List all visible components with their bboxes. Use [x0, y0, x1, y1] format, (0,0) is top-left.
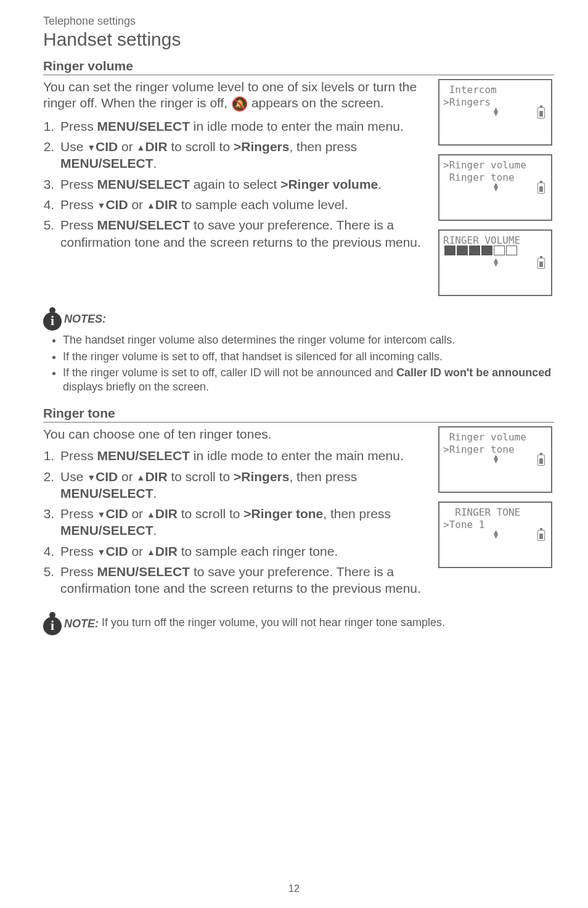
info-icon: i	[43, 312, 62, 331]
down-triangle-icon: ▼	[87, 142, 96, 152]
lcd-line: RINGER TONE	[443, 506, 549, 519]
updown-arrows-icon: ▲▼	[494, 107, 498, 118]
battery-icon	[537, 183, 545, 194]
rv-step-2: Use ▼CID or ▲DIR to scroll to >Ringers, …	[58, 138, 426, 172]
notes-label: NOTES:	[64, 313, 106, 326]
lcd-line: RINGER VOLUME	[443, 234, 549, 247]
up-triangle-icon: ▲	[147, 547, 155, 557]
rt-step-1: Press MENU/SELECT in idle mode to enter …	[58, 447, 426, 464]
rv-step-5: Press MENU/SELECT to save your preferenc…	[58, 217, 426, 250]
note-label: NOTE:	[64, 617, 99, 630]
rt-intro: You can choose one of ten ringer tones.	[43, 426, 426, 442]
lcd-intercom-ringers: Intercom >Ringers ▲▼	[438, 79, 552, 146]
rv-step-4: Press ▼CID or ▲DIR to sample each volume…	[58, 196, 426, 213]
ringer-tone-heading: Ringer tone	[43, 406, 554, 423]
rv-notes: iNOTES: The handset ringer volume also d…	[43, 310, 554, 394]
volume-bar	[444, 246, 549, 255]
rv-intro-b: appears on the screen.	[248, 96, 384, 110]
bell-off-icon: 🔕	[231, 96, 248, 112]
rt-step-3: Press ▼CID or ▲DIR to scroll to >Ringer …	[58, 505, 426, 539]
lcd-line: >Ringer volume	[443, 159, 549, 171]
battery-icon	[537, 258, 545, 269]
up-triangle-icon: ▲	[137, 142, 145, 152]
info-icon: i	[43, 617, 62, 635]
up-triangle-icon: ▲	[147, 200, 155, 210]
note-item: If the ringer volume is set to off, call…	[63, 366, 554, 394]
battery-icon	[537, 455, 545, 466]
rv-step-1: Press MENU/SELECT in idle mode to enter …	[58, 118, 426, 134]
rt-step-5: Press MENU/SELECT to save your preferenc…	[58, 563, 426, 597]
down-triangle-icon: ▼	[87, 473, 96, 482]
lcd-ringer-tone-select: RINGER TONE >Tone 1 ▲▼	[438, 501, 552, 568]
rt-step-4: Press ▼CID or ▲DIR to sample each ringer…	[58, 543, 426, 559]
battery-icon	[537, 530, 545, 541]
note-item: If the ringer volume is set to off, that…	[63, 350, 554, 364]
lcd-line: Ringer volume	[443, 431, 549, 444]
page-number: 12	[0, 883, 588, 894]
updown-arrows-icon: ▲▼	[494, 455, 498, 466]
note-item: The handset ringer volume also determine…	[63, 333, 554, 347]
rt-steps: Press MENU/SELECT in idle mode to enter …	[43, 447, 426, 596]
up-triangle-icon: ▲	[147, 510, 155, 519]
battery-icon	[537, 107, 545, 118]
rv-steps: Press MENU/SELECT in idle mode to enter …	[43, 118, 426, 250]
updown-arrows-icon: ▲▼	[494, 530, 498, 541]
page-title: Handset settings	[43, 29, 554, 50]
down-triangle-icon: ▼	[97, 510, 106, 519]
updown-arrows-icon: ▲▼	[494, 183, 498, 194]
up-triangle-icon: ▲	[137, 473, 145, 482]
lcd-ringer-tone-menu: Ringer volume >Ringer tone ▲▼	[438, 426, 552, 493]
rv-step-3: Press MENU/SELECT again to select >Ringe…	[58, 176, 426, 192]
lcd-line: Intercom	[443, 84, 549, 96]
ringer-volume-heading: Ringer volume	[43, 59, 554, 75]
lcd-ringer-volume-level: RINGER VOLUME ▲▼	[438, 229, 552, 296]
lcd-ringer-volume-menu: >Ringer volume Ringer tone ▲▼	[438, 154, 552, 221]
down-triangle-icon: ▼	[97, 200, 106, 210]
note-text: If you turn off the ringer volume, you w…	[99, 616, 445, 629]
down-triangle-icon: ▼	[97, 547, 106, 557]
rt-note: iNOTE: If you turn off the ringer volume…	[43, 614, 554, 635]
rv-intro: You can set the ringer volume level to o…	[43, 79, 426, 113]
updown-arrows-icon: ▲▼	[494, 258, 498, 269]
breadcrumb: Telephone settings	[43, 15, 554, 28]
rt-step-2: Use ▼CID or ▲DIR to scroll to >Ringers, …	[58, 468, 426, 502]
